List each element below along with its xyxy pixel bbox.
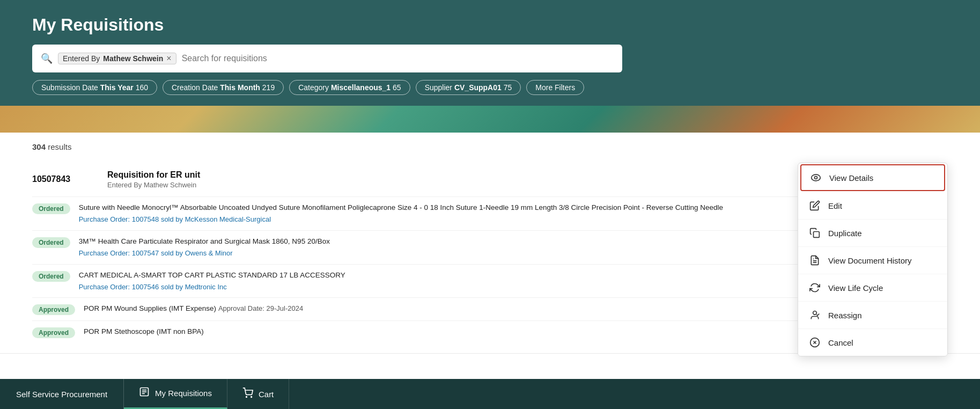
menu-item-view-doc-history[interactable]: View Document History	[798, 247, 947, 274]
nav-item-my-requisitions[interactable]: My Requisitions	[124, 379, 227, 409]
menu-item-label: View Life Cycle	[828, 283, 883, 293]
req-title: Requisition for ER unit	[107, 170, 865, 180]
line-description: POR PM Wound Supplies (IMT Expense)	[84, 304, 216, 312]
filter-chips: Submission Date This Year 160 Creation D…	[32, 80, 948, 95]
search-bar: 🔍 Entered By Mathew Schwein ×	[32, 45, 622, 72]
chip-creation[interactable]: Creation Date This Month 219	[163, 80, 284, 95]
menu-item-view-details[interactable]: View Details	[800, 164, 945, 191]
filter-tag: Entered By Mathew Schwein ×	[58, 53, 176, 64]
line-description: POR PM Stethoscope (IMT non BPA)	[84, 327, 204, 335]
cart-icon	[242, 388, 253, 401]
cancel-icon	[809, 337, 821, 348]
menu-item-label: View Document History	[828, 256, 912, 265]
menu-item-label: Duplicate	[828, 229, 862, 238]
chip-supplier[interactable]: Supplier CV_SuppA01 75	[416, 80, 521, 95]
edit-icon	[809, 200, 821, 211]
context-menu: View Details Edit Duplicate	[798, 163, 948, 356]
chip-more-filters[interactable]: More Filters	[526, 80, 584, 95]
search-icon: 🔍	[41, 53, 53, 64]
menu-item-label: Reassign	[828, 311, 862, 320]
filter-tag-value: Mathew Schwein	[103, 54, 163, 63]
svg-point-13	[246, 396, 247, 397]
nav-brand-label: Self Service Procurement	[16, 390, 107, 399]
nav-brand: Self Service Procurement	[0, 379, 124, 409]
document-history-icon	[809, 254, 821, 266]
chip-category[interactable]: Category Miscellaneous_1 65	[289, 80, 410, 95]
menu-item-cancel[interactable]: Cancel	[798, 329, 947, 356]
filter-tag-remove[interactable]: ×	[166, 54, 171, 63]
menu-item-label: Cancel	[828, 338, 853, 347]
reassign-icon	[809, 309, 821, 321]
bottom-nav: Self Service Procurement My Requisitions…	[0, 379, 980, 409]
menu-item-label: View Details	[829, 173, 873, 182]
menu-item-duplicate[interactable]: Duplicate	[798, 220, 947, 247]
line-description: Suture with Needle Monocryl™ Absorbable …	[79, 203, 723, 211]
results-count: 304 results	[0, 133, 980, 158]
status-badge: Ordered	[32, 237, 70, 248]
nav-item-label: Cart	[259, 390, 274, 399]
nav-item-label: My Requisitions	[155, 389, 212, 398]
header-area: My Requisitions 🔍 Entered By Mathew Schw…	[0, 0, 980, 106]
approval-date: Approval Date: 29-Jul-2024	[218, 304, 303, 312]
status-badge: Ordered	[32, 203, 70, 214]
svg-point-0	[812, 174, 821, 181]
nav-item-cart[interactable]: Cart	[227, 379, 289, 409]
search-input[interactable]	[182, 54, 614, 63]
status-badge: Approved	[32, 304, 75, 315]
svg-point-5	[813, 311, 817, 315]
filter-tag-label: Entered By	[63, 54, 100, 63]
eye-icon	[810, 172, 822, 184]
lifecycle-icon	[809, 282, 821, 294]
page-title: My Requisitions	[32, 15, 948, 35]
line-description: CART MEDICAL A-SMART TOP CART PLASTIC ST…	[79, 271, 345, 279]
req-id: 10507843	[32, 174, 97, 184]
svg-point-1	[815, 177, 817, 179]
menu-item-reassign[interactable]: Reassign	[798, 302, 947, 329]
status-badge: Approved	[32, 327, 75, 338]
line-description: 3M™ Health Care Particulate Respirator a…	[79, 237, 330, 245]
req-entered-by: Entered By Mathew Schwein	[107, 181, 865, 189]
chip-submission[interactable]: Submission Date This Year 160	[32, 80, 157, 95]
menu-item-label: Edit	[828, 201, 842, 210]
req-title-block: Requisition for ER unit Entered By Mathe…	[97, 170, 875, 189]
svg-point-14	[251, 396, 252, 397]
svg-rect-2	[814, 232, 820, 238]
menu-item-view-lifecycle[interactable]: View Life Cycle	[798, 274, 947, 302]
main-content: 304 results 10507843 Requisition for ER …	[0, 133, 980, 390]
results-label: results	[48, 142, 71, 151]
duplicate-icon	[809, 227, 821, 239]
status-badge: Ordered	[32, 271, 70, 282]
results-number: 304	[32, 142, 46, 151]
menu-item-edit[interactable]: Edit	[798, 192, 947, 220]
decorative-banner	[0, 106, 980, 133]
requisitions-icon	[139, 386, 150, 400]
